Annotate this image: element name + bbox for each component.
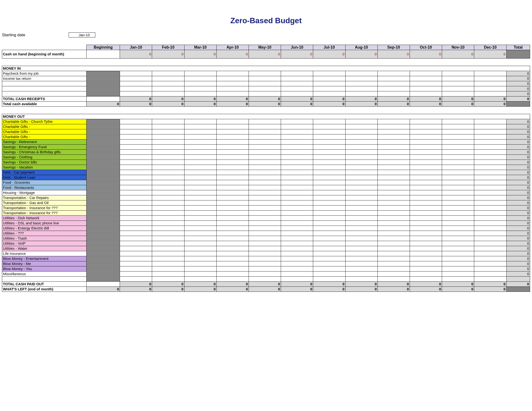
expense-row: Food - Restaurants0 bbox=[2, 185, 530, 190]
expense-row: Blow Money - You0 bbox=[2, 266, 530, 271]
whats-left-row: WHAT'S LEFT (end of month)0000000000000 bbox=[2, 287, 530, 292]
column-header: Beginning bbox=[86, 45, 120, 50]
column-header: Mar-10 bbox=[184, 45, 216, 50]
expense-row: Transportation - Insurance for ???0 bbox=[2, 206, 530, 211]
column-header: Dec-10 bbox=[474, 45, 506, 50]
total-available-row: Total cash available0000000000000 bbox=[2, 102, 530, 107]
starting-date-label: Starting date bbox=[2, 33, 25, 37]
expense-row: Blow Money - Entertainment0 bbox=[2, 256, 530, 261]
column-header: Jun-10 bbox=[281, 45, 313, 50]
expense-row: Savings - Emergency Fund0 bbox=[2, 145, 530, 150]
expense-row: Utilities - DSL and basic phone line0 bbox=[2, 221, 530, 226]
column-header: Aug-10 bbox=[345, 45, 378, 50]
income-row: Income tax return0 bbox=[2, 76, 530, 81]
cash-on-hand-row: Cash on hand (beginning of month)0000000… bbox=[2, 50, 530, 58]
total-paid-row: TOTAL CASH PAID OUT0000000000000 bbox=[2, 282, 530, 287]
expense-row: Utilities - Dish Network0 bbox=[2, 216, 530, 221]
expense-row: Transportation - Car Repairs0 bbox=[2, 195, 530, 200]
column-header: May-10 bbox=[249, 45, 281, 50]
expense-row: Debt - Car payment0 bbox=[2, 170, 530, 175]
expense-row: Savings - Retirement0 bbox=[2, 140, 530, 145]
column-header: Feb-10 bbox=[152, 45, 184, 50]
column-header: Jul-10 bbox=[313, 45, 345, 50]
expense-row: Blow Money - Me0 bbox=[2, 261, 530, 266]
column-header: Nov-10 bbox=[442, 45, 474, 50]
expense-row: Utilities - VoIP0 bbox=[2, 241, 530, 246]
expense-row: Charitable Gifts - Church Tythe0 bbox=[2, 119, 530, 124]
budget-table: BeginningJan-10Feb-10Mar-10Apr-10May-10J… bbox=[2, 45, 530, 292]
starting-date-cell[interactable]: Jan-10 bbox=[69, 32, 95, 37]
column-header-row: BeginningJan-10Feb-10Mar-10Apr-10May-10J… bbox=[2, 45, 530, 50]
expense-row: Debt - Student Loan0 bbox=[2, 175, 530, 180]
expense-row: Utilities - Trash0 bbox=[2, 236, 530, 241]
expense-row: Charitable Gifts -0 bbox=[2, 134, 530, 140]
expense-row: Utilities - Entergy Electric Bill0 bbox=[2, 226, 530, 231]
column-header: Apr-10 bbox=[216, 45, 249, 50]
expense-row: Utilities - ???0 bbox=[2, 231, 530, 236]
column-header: Total bbox=[506, 45, 530, 50]
expense-row: Savings - Clothing0 bbox=[2, 155, 530, 160]
income-row: 0 bbox=[2, 81, 530, 86]
expense-row: Charitable Gifts -0 bbox=[2, 124, 530, 129]
expense-row: Savings - Doctor bills0 bbox=[2, 160, 530, 165]
column-header: Sep-10 bbox=[378, 45, 410, 50]
income-row: 0 bbox=[2, 86, 530, 91]
total-receipts-row: TOTAL CASH RECEIPTS0000000000000 bbox=[2, 96, 530, 102]
column-header: Oct-10 bbox=[410, 45, 442, 50]
expense-row: Savings - Vacation0 bbox=[2, 165, 530, 170]
expense-row: Life Insurance0 bbox=[2, 251, 530, 256]
page-title: Zero-Based Budget bbox=[2, 16, 530, 25]
expense-row: Savings - Christmas & Birthday gifts0 bbox=[2, 150, 530, 155]
money-in-header: MONEY IN bbox=[2, 66, 530, 71]
expense-row: Miscellaneous0 bbox=[2, 271, 530, 277]
column-header: Jan-10 bbox=[120, 45, 152, 50]
expense-row: Food - Groceries0 bbox=[2, 180, 530, 185]
income-row: 0 bbox=[2, 91, 530, 96]
expense-row: Charitable Gifts -0 bbox=[2, 129, 530, 134]
money-out-header: MONEY OUT bbox=[2, 114, 530, 119]
starting-date-row: Starting date Jan-10 bbox=[2, 32, 530, 37]
expense-row: Utilities - Water0 bbox=[2, 246, 530, 251]
spacer bbox=[2, 58, 530, 66]
income-row: Paycheck from my job0 bbox=[2, 71, 530, 76]
expense-row: Transportation - Gas and Oil0 bbox=[2, 200, 530, 206]
expense-row: Housing - Mortgage0 bbox=[2, 190, 530, 195]
expense-row bbox=[2, 277, 530, 282]
spacer bbox=[2, 107, 530, 114]
expense-row: Transportation - Insurance for ???0 bbox=[2, 211, 530, 216]
